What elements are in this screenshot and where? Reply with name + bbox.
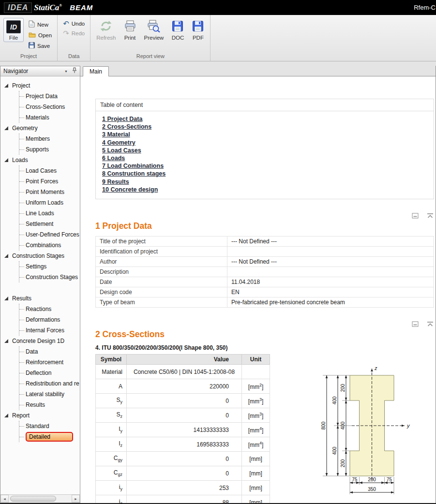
jump-to-top-icon[interactable]: [426, 320, 434, 327]
toc-link-7-load-combinations[interactable]: 7 Load Combinations: [102, 162, 164, 170]
cross-section-row: iz88[mm]: [96, 495, 270, 503]
tree-item-internal-forces[interactable]: Internal Forces: [19, 325, 80, 336]
tree-group-project: ProjectProject DataCross-SectionsMateria…: [3, 80, 80, 123]
jump-to-top-icon[interactable]: [426, 212, 434, 219]
print-button[interactable]: Print: [121, 18, 139, 42]
redo-button[interactable]: ↷ Redo: [61, 29, 87, 37]
tree-item-point-moments[interactable]: Point Moments: [19, 187, 80, 197]
tree-expanded-icon[interactable]: [4, 158, 9, 163]
cross-section-row: Sy0[mm3]: [96, 394, 270, 408]
chevron-down-icon[interactable]: ▼: [64, 70, 68, 73]
toc-link-9-results[interactable]: 9 Results: [102, 178, 129, 186]
save-button-label: Save: [37, 43, 50, 49]
tree-item-settings[interactable]: Settings: [19, 261, 80, 272]
symbol-cell: Cgz: [96, 466, 127, 481]
scroll-left-button[interactable]: ◄: [0, 495, 9, 503]
project-data-row: Type of beamPre-fabricated pre-tensioned…: [96, 297, 434, 308]
tree-item-label: Internal Forces: [26, 327, 64, 334]
tree-node-project[interactable]: Project: [3, 80, 80, 91]
toc-link-1-project-data[interactable]: 1 Project Data: [102, 115, 142, 123]
tree-item-results[interactable]: Results: [19, 400, 80, 410]
titlebar: IDEA StatiCa® BEAM Rfem-C: [0, 0, 436, 15]
preview-button[interactable]: Preview: [142, 18, 166, 42]
tree-item-construction-stages[interactable]: Construction Stages: [19, 272, 80, 282]
tree-item-combinations[interactable]: Combinations: [19, 240, 80, 251]
undo-button[interactable]: ↶ Undo: [61, 19, 87, 28]
tree-expanded-icon[interactable]: [4, 84, 9, 88]
toc-link-8-construction-stages[interactable]: 8 Construction stages: [102, 170, 165, 178]
tree-expanded-icon[interactable]: [4, 126, 9, 131]
tree-item-label: Point Forces: [26, 178, 58, 185]
header-value: Value: [127, 355, 242, 365]
tree-item-members[interactable]: Members: [19, 133, 80, 144]
tree-expanded-icon[interactable]: [4, 254, 9, 258]
tree-item-point-forces[interactable]: Point Forces: [19, 176, 80, 187]
value-cell: 0: [127, 408, 242, 423]
tree-item-cross-sections[interactable]: Cross-Sections: [19, 102, 80, 112]
collapse-section-icon[interactable]: [412, 320, 419, 327]
navigator-header[interactable]: Navigator ▼: [0, 66, 80, 76]
tree-node-loads[interactable]: Loads: [3, 155, 80, 165]
svg-text:800: 800: [321, 421, 326, 430]
tree-expanded-icon[interactable]: [4, 296, 9, 301]
tree-item-label: Supports: [26, 146, 49, 153]
tree-item-materials[interactable]: Materials: [19, 112, 80, 123]
unit-cell: [mm]: [242, 481, 270, 495]
cross-section-header-row: Symbol Value Unit: [96, 355, 270, 365]
tree-node-concrete-design-1d[interactable]: Concrete Design 1D: [3, 336, 80, 346]
doc-export-button[interactable]: DOC: [169, 18, 186, 42]
tree-node-geometry[interactable]: Geometry: [3, 123, 80, 133]
tree-node-label: Construction Stages: [12, 252, 64, 259]
toc-link-4-geometry[interactable]: 4 Geometry: [102, 139, 135, 147]
toc-link-3-material[interactable]: 3 Material: [102, 131, 130, 138]
new-button[interactable]: New: [27, 19, 54, 30]
section-cross-sections: 2 Cross-Sections 4. ITU 800/350/200/200/…: [95, 320, 434, 503]
tree-node-report[interactable]: Report: [3, 410, 80, 421]
tree-item-lateral-stability[interactable]: Lateral stability: [19, 389, 80, 400]
unit-cell: [mm]: [242, 495, 270, 503]
tree-item-line-loads[interactable]: Line Loads: [19, 208, 80, 219]
tree-item-reinforcement[interactable]: Reinforcement: [19, 357, 80, 368]
pdf-export-button[interactable]: PDF: [189, 18, 207, 42]
tree-item-deformations[interactable]: Deformations: [19, 314, 80, 325]
svg-text:75: 75: [352, 477, 358, 482]
tree-item-reactions[interactable]: Reactions: [19, 304, 80, 314]
refresh-button[interactable]: Refresh: [94, 18, 118, 42]
navigator-hscrollbar[interactable]: ◄ ►: [0, 494, 80, 503]
scroll-right-button[interactable]: ►: [72, 495, 80, 503]
tree-item-standard[interactable]: Standard: [19, 421, 80, 431]
tree-node-results[interactable]: Results: [3, 293, 80, 304]
tree-item-supports[interactable]: Supports: [19, 144, 80, 155]
cross-section-row: Iz1695833333[mm4]: [96, 437, 270, 452]
toc-link-10-concrete-design[interactable]: 10 Concrete design: [102, 186, 158, 193]
tree-item-deflection[interactable]: Deflection: [19, 368, 80, 378]
tree-node-construction-stages[interactable]: Construction Stages: [3, 251, 80, 261]
file-button[interactable]: ID File: [3, 18, 24, 42]
scroll-thumb[interactable]: [10, 496, 56, 502]
collapse-section-icon[interactable]: [412, 212, 419, 219]
tree-expanded-icon[interactable]: [4, 414, 9, 418]
toc-link-5-load-cases[interactable]: 5 Load Cases: [102, 147, 141, 154]
tree-expanded-icon[interactable]: [4, 339, 9, 343]
tree-item-detailed[interactable]: Detailed: [19, 431, 80, 442]
tree-item-settlement[interactable]: Settlement: [19, 219, 80, 229]
section-project-data: 1 Project Data Title of the project--- N…: [95, 212, 434, 308]
pin-icon[interactable]: [72, 67, 77, 75]
toc-link-6-loads[interactable]: 6 Loads: [102, 154, 125, 162]
symbol-cell: iz: [96, 495, 127, 503]
tree-item-project-data[interactable]: Project Data: [19, 91, 80, 102]
tree-item-user-defined-forces[interactable]: User-Defined Forces: [19, 229, 80, 240]
tree-item-uniform-loads[interactable]: Uniform Loads: [19, 197, 80, 208]
value-cell: Concrete C50/60 | DIN 1045-1:2008-08: [127, 365, 242, 379]
save-button[interactable]: Save: [27, 41, 54, 50]
scroll-track[interactable]: [9, 495, 72, 503]
tab-main[interactable]: Main: [83, 66, 109, 76]
toc-link-2-cross-sections[interactable]: 2 Cross-Sections: [102, 123, 151, 131]
cross-section-tbody: MaterialConcrete C50/60 | DIN 1045-1:200…: [96, 365, 270, 503]
open-button[interactable]: Open: [27, 31, 54, 40]
tree-item-redistribution-and-re[interactable]: Redistribution and re: [19, 378, 80, 389]
value-cell: 0: [127, 394, 242, 408]
tree-item-data[interactable]: Data: [19, 346, 80, 357]
tree-item-label: Results: [26, 401, 45, 408]
tree-item-load-cases[interactable]: Load Cases: [19, 165, 80, 176]
